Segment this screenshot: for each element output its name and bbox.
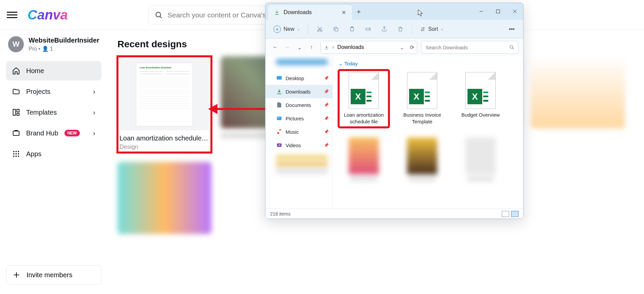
rename-button[interactable]	[361, 23, 375, 35]
group-header[interactable]: ⌄ Today	[339, 61, 517, 67]
new-tab-button[interactable]: ＋	[352, 3, 365, 20]
design-card[interactable]: Loan Amortization Schedule Loan amortiza…	[117, 56, 211, 153]
sidebar-item-apps[interactable]: Apps	[6, 144, 101, 164]
view-toggle	[502, 211, 518, 217]
explorer-sidebar: Desktop📌 Downloads📌 Documents📌 Pictures📌…	[265, 56, 333, 209]
user-block[interactable]: W WebsiteBuilderInsider Pro • 👤 1	[6, 36, 101, 52]
sidebar-item-music[interactable]: Music📌	[265, 125, 332, 138]
sidebar-item-downloads[interactable]: Downloads📌	[265, 85, 332, 98]
files-pane[interactable]: ⌄ Today X Loan amortization schedule fil…	[333, 56, 523, 209]
file-item[interactable]: X Business Invoice Template	[397, 70, 447, 127]
sidebar-item[interactable]	[276, 155, 328, 160]
cursor-icon	[418, 9, 423, 17]
back-button[interactable]: ←	[270, 42, 280, 52]
svg-point-21	[317, 30, 319, 32]
file-item[interactable]	[339, 135, 389, 183]
svg-rect-2	[13, 109, 15, 115]
file-item[interactable]	[455, 135, 506, 183]
delete-button[interactable]	[394, 23, 407, 35]
refresh-button[interactable]: ⟳	[410, 44, 414, 51]
chevron-right-icon: ›	[93, 129, 95, 137]
chevron-down-icon[interactable]: ⌄	[400, 44, 404, 51]
svg-point-31	[278, 117, 279, 118]
sidebar-item-videos[interactable]: Videos📌	[265, 138, 332, 152]
sort-icon	[420, 26, 426, 32]
search-icon	[509, 45, 514, 50]
apps-icon	[12, 150, 20, 158]
more-button[interactable]: •••	[505, 23, 518, 35]
new-badge: NEW	[64, 130, 80, 136]
home-icon	[12, 67, 20, 75]
svg-rect-30	[277, 117, 282, 120]
sidebar-item-home[interactable]: Home	[6, 61, 101, 80]
forward-button[interactable]: →	[282, 42, 292, 52]
canva-logo[interactable]: Canva	[28, 7, 68, 22]
pin-icon: 📌	[324, 116, 329, 121]
cut-icon	[317, 26, 323, 32]
sidebar-nav: Home Projects › Templates › Brand Hub NE…	[6, 61, 101, 164]
share-button[interactable]	[378, 23, 391, 35]
minimize-button[interactable]	[473, 3, 490, 20]
path-segment[interactable]: Downloads	[337, 44, 364, 50]
sort-button[interactable]: Sort ⌄	[417, 23, 447, 35]
explorer-address-bar: ← → ⌄ ↑ › Downloads ⌄ ⟳	[265, 39, 523, 56]
file-item[interactable]: X Loan amortization schedule file	[339, 70, 389, 127]
document-icon	[276, 102, 282, 108]
explorer-titlebar[interactable]: Downloads ✕ ＋	[265, 3, 523, 20]
pictures-icon	[276, 115, 282, 121]
maximize-button[interactable]	[490, 3, 506, 20]
svg-point-6	[13, 151, 14, 152]
menu-icon[interactable]	[7, 10, 17, 20]
status-bar: 218 items	[265, 209, 523, 219]
chevron-right-icon: ›	[93, 109, 95, 116]
paste-icon	[349, 26, 355, 32]
up-button[interactable]: ↑	[306, 42, 316, 52]
download-icon	[276, 89, 282, 95]
sidebar-item-templates[interactable]: Templates ›	[6, 103, 101, 122]
svg-rect-26	[366, 28, 369, 30]
window-controls	[473, 3, 523, 20]
design-title: Loan amortization schedule fil...	[119, 134, 209, 142]
file-explorer-window: Downloads ✕ ＋ + New ⌄ Sort ⌄ •••	[265, 3, 524, 219]
close-button[interactable]	[506, 3, 523, 20]
svg-rect-3	[17, 109, 19, 112]
svg-point-22	[320, 30, 322, 32]
sidebar-item[interactable]	[276, 162, 328, 167]
folder-icon	[12, 87, 20, 96]
design-card[interactable]	[117, 162, 211, 234]
svg-rect-29	[277, 76, 282, 80]
file-item[interactable]: X Budget Overview	[455, 70, 506, 127]
chevron-right-icon: ›	[93, 88, 95, 96]
invite-button[interactable]: Invite members	[6, 265, 101, 285]
sidebar-item[interactable]	[276, 59, 328, 65]
sidebar-item-pictures[interactable]: Pictures📌	[265, 112, 332, 125]
sidebar-item-documents[interactable]: Documents📌	[265, 98, 332, 112]
cut-button[interactable]	[313, 23, 327, 35]
explorer-tab[interactable]: Downloads ✕	[268, 5, 352, 20]
file-item[interactable]	[397, 135, 447, 183]
sidebar-item-desktop[interactable]: Desktop📌	[265, 71, 332, 85]
desktop-icon	[276, 75, 282, 81]
new-button[interactable]: + New ⌄	[270, 23, 303, 35]
list-view-button[interactable]	[502, 211, 509, 217]
nav-label: Apps	[26, 150, 42, 158]
file-name: Loan amortization schedule file	[341, 112, 387, 125]
close-tab-icon[interactable]: ✕	[342, 9, 346, 16]
templates-icon	[12, 108, 20, 116]
copy-button[interactable]	[329, 23, 343, 35]
recent-button[interactable]: ⌄	[294, 42, 304, 52]
file-name: Budget Overview	[461, 112, 500, 118]
paste-button[interactable]	[345, 23, 359, 35]
grid-view-button[interactable]	[511, 211, 518, 217]
trash-icon	[397, 26, 403, 32]
search-box[interactable]	[421, 41, 518, 54]
pin-icon: 📌	[324, 143, 329, 148]
sidebar-item-brandhub[interactable]: Brand Hub NEW ›	[6, 123, 101, 143]
pin-icon: 📌	[324, 129, 329, 134]
address-path[interactable]: › Downloads ⌄ ⟳	[320, 41, 417, 54]
sidebar-item-projects[interactable]: Projects ›	[6, 82, 101, 101]
sidebar-item[interactable]	[276, 169, 328, 173]
search-input[interactable]	[426, 45, 509, 50]
design-card[interactable]	[531, 56, 625, 153]
svg-point-14	[18, 156, 19, 157]
